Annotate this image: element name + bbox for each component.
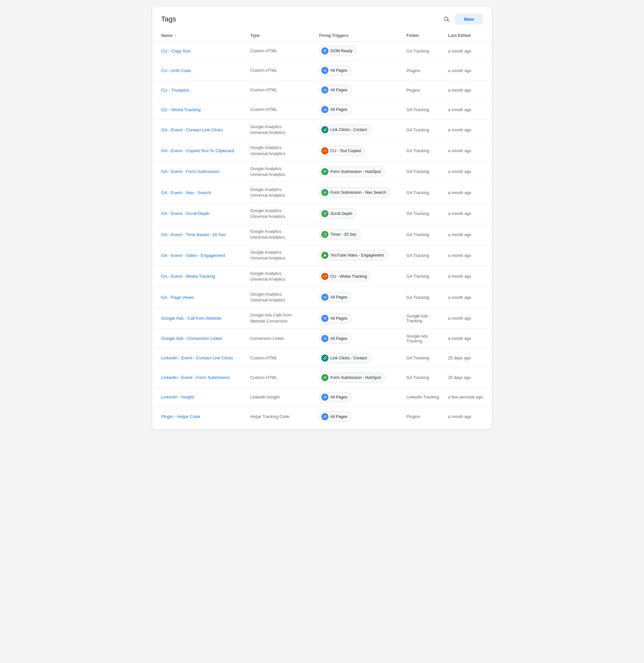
trigger-badge[interactable]: Timer - 20 Sec xyxy=(319,229,361,239)
tag-type-cell: Conversion Linker xyxy=(246,328,315,348)
tag-name-cell: GA - Event - Time Based - 20 Sec xyxy=(152,224,246,245)
tag-type-cell: Google Analytics:Universal Analytics xyxy=(246,161,315,182)
tag-name-link[interactable]: Google Ads - Call from Website xyxy=(161,316,221,321)
trigger-label: All Pages xyxy=(330,68,347,73)
trigger-badge[interactable]: Link Clicks - Contact xyxy=(319,353,371,363)
tag-trigger-cell: Timer - 20 Sec xyxy=(315,224,402,245)
tag-name-link[interactable]: Google Ads - Conversion Linker xyxy=(161,336,222,341)
tag-name-link[interactable]: GA - Page Views xyxy=(161,295,194,300)
tag-type-cell: Google Analytics:Universal Analytics xyxy=(246,224,315,245)
trigger-icon xyxy=(321,87,328,93)
tag-last-edited-cell: a month ago xyxy=(444,140,492,161)
trigger-badge[interactable]: Form Submission - Nav Search xyxy=(319,187,390,198)
tag-name-link[interactable]: GA - Event - Time Based - 20 Sec xyxy=(161,232,226,237)
tag-name-link[interactable]: GA - Event - Form Submission xyxy=(161,169,220,174)
trigger-badge[interactable]: YouTube Video - Engagement xyxy=(319,250,388,260)
tag-folder-cell: LinkedIn Tracking xyxy=(402,387,444,407)
tag-name-link[interactable]: GA - Event - Contact Link Clicks xyxy=(161,128,223,132)
tag-name-link[interactable]: GA - Event - Scroll Depth xyxy=(161,211,209,216)
trigger-badge[interactable]: All Pages xyxy=(319,85,352,95)
trigger-icon xyxy=(321,394,328,401)
tag-last-edited-cell: a month ago xyxy=(444,100,492,119)
tag-folder-cell: Google Ads Tracking xyxy=(402,308,444,328)
trigger-icon xyxy=(321,106,328,113)
trigger-label: Scroll Depth xyxy=(330,211,352,216)
tag-name-link[interactable]: CU - Trustpilot xyxy=(161,88,189,93)
trigger-badge[interactable]: CU - Text Copied xyxy=(319,146,365,156)
trigger-label: All Pages xyxy=(330,316,347,321)
trigger-icon xyxy=(321,374,328,381)
table-row: CU - Wistia Tracking Custom HTML All Pag… xyxy=(152,100,492,119)
trigger-label: YouTube Video - Engagement xyxy=(330,253,383,257)
tag-last-edited-cell: a month ago xyxy=(444,266,492,287)
trigger-badge[interactable]: Form Submission - HubSpot xyxy=(319,166,385,177)
trigger-badge[interactable]: All Pages xyxy=(319,292,352,302)
trigger-badge[interactable]: All Pages xyxy=(319,65,352,75)
trigger-badge[interactable]: DOM Ready xyxy=(319,46,357,56)
page-header: Tags New xyxy=(152,6,492,30)
trigger-label: All Pages xyxy=(330,414,347,419)
tag-type-cell: Google Analytics:Universal Analytics xyxy=(246,203,315,224)
tag-trigger-cell: DOM Ready xyxy=(315,41,402,61)
tag-trigger-cell: All Pages xyxy=(315,81,402,100)
trigger-icon xyxy=(321,355,328,362)
tag-last-edited-cell: 25 days ago xyxy=(444,368,492,387)
tag-folder-cell: GA Tracking xyxy=(402,245,444,266)
table-wrapper: Name ↑ Type Firing Triggers Folder Last … xyxy=(152,30,492,430)
tag-trigger-cell: All Pages xyxy=(315,387,402,407)
tag-name-link[interactable]: GA - Event - Wistia Tracking xyxy=(161,274,215,279)
tag-folder-cell: GA Tracking xyxy=(402,182,444,203)
search-button[interactable] xyxy=(442,14,452,24)
table-row: Google Ads - Call from Website Google Ad… xyxy=(152,308,492,328)
tag-name-link[interactable]: GA - Event - Video - Engagement xyxy=(161,253,225,258)
tag-name-link[interactable]: LinkedIn - Event - Contact Link Clicks xyxy=(161,356,233,360)
tag-name-link[interactable]: CU - Wistia Tracking xyxy=(161,107,201,112)
tag-name-link[interactable]: GA - Event - Copied Text To Clipboard xyxy=(161,148,234,153)
tag-type-cell: Custom HTML xyxy=(246,368,315,387)
trigger-icon xyxy=(321,294,328,301)
trigger-badge[interactable]: Scroll Depth xyxy=(319,208,356,219)
table-row: GA - Event - Time Based - 20 Sec Google … xyxy=(152,224,492,245)
table-row: GA - Event - Video - Engagement Google A… xyxy=(152,245,492,266)
trigger-badge[interactable]: All Pages xyxy=(319,334,352,344)
tag-name-link[interactable]: GA - Event - Nav - Search xyxy=(161,190,211,195)
tag-folder-cell: Google Ads Tracking xyxy=(402,328,444,348)
trigger-badge[interactable]: All Pages xyxy=(319,105,352,115)
new-button[interactable]: New xyxy=(455,14,483,25)
table-row: GA - Event - Contact Link Clicks Google … xyxy=(152,119,492,140)
tag-name-link[interactable]: CU - Copy Text xyxy=(161,49,190,53)
tag-name-link[interactable]: CU - Drift Code xyxy=(161,68,191,73)
col-name[interactable]: Name ↑ xyxy=(152,30,246,41)
tag-name-link[interactable]: Plugin - Hotjar Code xyxy=(161,414,200,419)
tags-table: Name ↑ Type Firing Triggers Folder Last … xyxy=(152,30,492,426)
tag-folder-cell: Plugins xyxy=(402,61,444,81)
tag-folder-cell: GA Tracking xyxy=(402,119,444,140)
trigger-badge[interactable]: All Pages xyxy=(319,313,352,323)
tag-name-link[interactable]: LinkedIn - Insight xyxy=(161,395,194,399)
tag-trigger-cell: CU - Text Copied xyxy=(315,140,402,161)
trigger-badge[interactable]: All Pages xyxy=(319,392,352,402)
table-row: GA - Event - Copied Text To Clipboard Go… xyxy=(152,140,492,161)
col-folder: Folder xyxy=(402,30,444,41)
tag-type-cell: Custom HTML xyxy=(246,100,315,119)
tag-last-edited-cell: a few seconds ago xyxy=(444,387,492,407)
svg-point-9 xyxy=(325,89,326,90)
tag-last-edited-cell: a month ago xyxy=(444,41,492,61)
svg-line-1 xyxy=(448,20,449,21)
tag-name-cell: GA - Event - Form Submission xyxy=(152,161,246,182)
trigger-badge[interactable]: CU - Wistia Tracking xyxy=(319,271,371,281)
table-row: GA - Event - Nav - Search Google Analyti… xyxy=(152,182,492,203)
header-actions: New xyxy=(442,14,483,25)
tag-name-cell: LinkedIn - Event - Form Submission xyxy=(152,368,246,387)
trigger-icon xyxy=(321,413,328,420)
tag-name-link[interactable]: LinkedIn - Event - Form Submission xyxy=(161,375,230,380)
tag-type-cell: Custom HTML xyxy=(246,41,315,61)
tag-folder-cell: GA Tracking xyxy=(402,161,444,182)
table-row: LinkedIn - Insight LinkedIn Insight All … xyxy=(152,387,492,407)
trigger-badge[interactable]: All Pages xyxy=(319,412,352,422)
trigger-badge[interactable]: Link Clicks - Contact xyxy=(319,124,371,135)
tag-trigger-cell: Scroll Depth xyxy=(315,203,402,224)
tag-last-edited-cell: a month ago xyxy=(444,119,492,140)
trigger-badge[interactable]: Form Submission - HubSpot xyxy=(319,372,385,383)
tag-trigger-cell: CU - Wistia Tracking xyxy=(315,266,402,287)
